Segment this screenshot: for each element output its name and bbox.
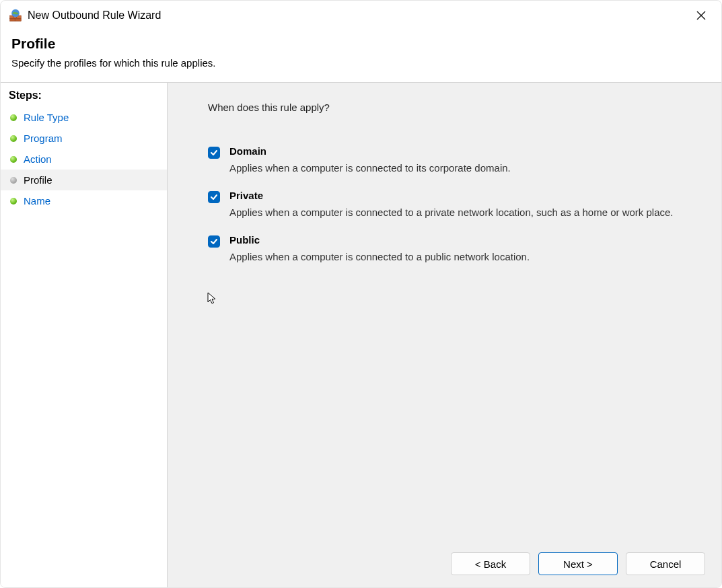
close-icon bbox=[696, 11, 706, 20]
option-domain: Domain Applies when a computer is connec… bbox=[208, 145, 688, 175]
step-label: Profile bbox=[24, 174, 52, 186]
step-bullet-icon bbox=[10, 177, 17, 184]
cancel-button[interactable]: Cancel bbox=[626, 552, 705, 575]
step-label: Program bbox=[24, 133, 63, 144]
wizard-header: Profile Specify the profiles for which t… bbox=[1, 28, 721, 82]
check-icon bbox=[210, 149, 218, 157]
check-icon bbox=[210, 237, 218, 246]
window-title: New Outbound Rule Wizard bbox=[28, 9, 161, 22]
checkbox-domain[interactable] bbox=[208, 147, 220, 159]
steps-heading: Steps: bbox=[1, 87, 167, 107]
step-bullet-icon bbox=[10, 156, 17, 163]
option-public: Public Applies when a computer is connec… bbox=[208, 234, 688, 264]
step-label: Rule Type bbox=[24, 112, 69, 123]
option-description: Applies when a computer is connected to … bbox=[229, 205, 688, 219]
profile-options: Domain Applies when a computer is connec… bbox=[208, 145, 688, 279]
wizard-body: Steps: Rule Type Program Action Profile … bbox=[1, 82, 721, 587]
step-profile[interactable]: Profile bbox=[1, 170, 167, 190]
option-label: Private bbox=[229, 190, 688, 201]
next-button[interactable]: Next > bbox=[538, 552, 618, 575]
back-button[interactable]: < Back bbox=[451, 552, 530, 575]
check-icon bbox=[210, 193, 218, 201]
wizard-window: New Outbound Rule Wizard Profile Specify… bbox=[0, 0, 722, 588]
question-text: When does this rule apply? bbox=[208, 102, 688, 113]
close-button[interactable] bbox=[686, 5, 716, 26]
step-bullet-icon bbox=[10, 198, 17, 205]
step-label: Name bbox=[24, 195, 50, 207]
svg-rect-4 bbox=[10, 18, 15, 21]
option-label: Domain bbox=[229, 145, 688, 157]
step-label: Action bbox=[24, 153, 52, 165]
checkbox-public[interactable] bbox=[208, 235, 220, 248]
step-rule-type[interactable]: Rule Type bbox=[1, 107, 167, 128]
step-action[interactable]: Action bbox=[1, 149, 167, 170]
option-description: Applies when a computer is connected to … bbox=[229, 250, 688, 264]
svg-rect-5 bbox=[15, 18, 21, 21]
step-bullet-icon bbox=[10, 114, 17, 121]
page-title: Profile bbox=[11, 36, 711, 52]
titlebar: New Outbound Rule Wizard bbox=[1, 1, 721, 28]
wizard-content: When does this rule apply? Domain Applie… bbox=[168, 83, 721, 587]
page-subtitle: Specify the profiles for which this rule… bbox=[11, 57, 711, 69]
firewall-icon bbox=[9, 9, 22, 22]
option-description: Applies when a computer is connected to … bbox=[229, 161, 688, 175]
checkbox-private[interactable] bbox=[208, 191, 220, 203]
wizard-footer: < Back Next > Cancel bbox=[451, 552, 705, 575]
step-name[interactable]: Name bbox=[1, 190, 167, 211]
option-label: Public bbox=[229, 234, 688, 246]
step-bullet-icon bbox=[10, 135, 17, 142]
option-private: Private Applies when a computer is conne… bbox=[208, 190, 688, 219]
step-program[interactable]: Program bbox=[1, 128, 167, 149]
steps-sidebar: Steps: Rule Type Program Action Profile … bbox=[1, 83, 168, 587]
